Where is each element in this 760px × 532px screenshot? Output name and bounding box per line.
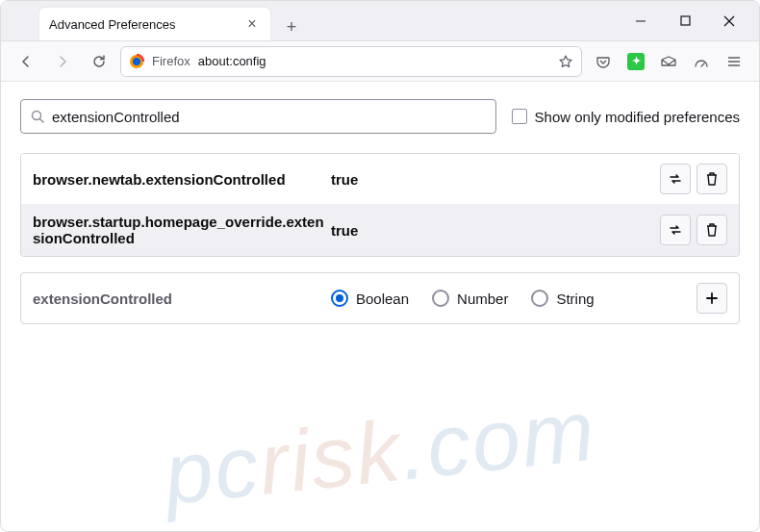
reload-button[interactable] bbox=[84, 46, 114, 77]
toolbar: Firefox about:config ✦ bbox=[1, 41, 759, 82]
radio-icon bbox=[531, 290, 548, 307]
extension-badge-icon[interactable]: ✦ bbox=[621, 46, 651, 77]
preference-value: true bbox=[331, 222, 660, 239]
toggle-button[interactable] bbox=[660, 215, 691, 245]
minimize-button[interactable] bbox=[619, 6, 663, 37]
title-bar: Advanced Preferences × + bbox=[1, 1, 759, 41]
preference-row: browser.startup.homepage_override.extens… bbox=[21, 204, 739, 256]
close-window-button[interactable] bbox=[707, 6, 751, 37]
forward-button[interactable] bbox=[47, 46, 78, 77]
browser-tab[interactable]: Advanced Preferences × bbox=[39, 8, 270, 40]
preference-value: true bbox=[331, 171, 660, 188]
svg-rect-1 bbox=[681, 16, 690, 25]
preference-actions bbox=[660, 215, 727, 245]
pocket-icon[interactable] bbox=[588, 46, 619, 77]
preference-actions bbox=[660, 164, 727, 194]
svg-point-5 bbox=[133, 58, 140, 65]
search-icon bbox=[31, 110, 44, 123]
search-box[interactable] bbox=[20, 99, 496, 134]
new-preference-name: extensionControlled bbox=[33, 291, 331, 307]
maximize-button[interactable] bbox=[663, 6, 707, 37]
type-string-radio[interactable]: String bbox=[531, 290, 594, 307]
tab-title: Advanced Preferences bbox=[49, 17, 243, 32]
preference-name: browser.newtab.extensionControlled bbox=[33, 171, 331, 188]
radio-label: Number bbox=[457, 291, 508, 307]
show-modified-checkbox-wrap[interactable]: Show only modified preferences bbox=[512, 109, 740, 125]
new-tab-button[interactable]: + bbox=[278, 13, 305, 40]
type-boolean-radio[interactable]: Boolean bbox=[331, 290, 409, 307]
toggle-button[interactable] bbox=[660, 164, 691, 194]
back-button[interactable] bbox=[11, 46, 41, 77]
window-controls bbox=[619, 6, 751, 37]
menu-icon[interactable] bbox=[719, 46, 749, 77]
radio-icon bbox=[432, 290, 449, 307]
url-text: about:config bbox=[198, 54, 266, 68]
content-area: Show only modified preferences browser.n… bbox=[1, 82, 759, 342]
search-input[interactable] bbox=[52, 109, 486, 125]
preference-list: browser.newtab.extensionControlled true … bbox=[20, 153, 740, 257]
show-modified-checkbox[interactable] bbox=[512, 109, 527, 124]
type-number-radio[interactable]: Number bbox=[432, 290, 508, 307]
delete-button[interactable] bbox=[697, 164, 727, 194]
svg-line-10 bbox=[40, 119, 44, 123]
url-bar[interactable]: Firefox about:config bbox=[120, 46, 582, 77]
close-tab-icon[interactable]: × bbox=[243, 15, 261, 33]
show-modified-label: Show only modified preferences bbox=[535, 109, 740, 125]
bookmark-star-icon[interactable] bbox=[558, 54, 573, 69]
dashboard-icon[interactable] bbox=[686, 46, 717, 77]
type-radio-group: Boolean Number String bbox=[331, 290, 697, 307]
radio-icon bbox=[331, 290, 348, 307]
watermark: pcrisk.com bbox=[160, 381, 600, 524]
search-row: Show only modified preferences bbox=[20, 99, 740, 134]
new-preference-row: extensionControlled Boolean Number Strin… bbox=[20, 272, 740, 324]
url-identity-label: Firefox bbox=[152, 54, 190, 68]
firefox-logo-icon bbox=[129, 54, 144, 69]
radio-label: Boolean bbox=[356, 291, 409, 307]
add-button[interactable] bbox=[697, 283, 727, 314]
radio-label: String bbox=[556, 291, 594, 307]
inbox-icon[interactable] bbox=[653, 46, 684, 77]
toolbar-right-icons: ✦ bbox=[588, 46, 749, 77]
preference-name: browser.startup.homepage_override.extens… bbox=[33, 214, 331, 246]
preference-row: browser.newtab.extensionControlled true bbox=[21, 154, 739, 204]
delete-button[interactable] bbox=[697, 215, 727, 245]
tabs-area: Advanced Preferences × + bbox=[1, 1, 305, 40]
